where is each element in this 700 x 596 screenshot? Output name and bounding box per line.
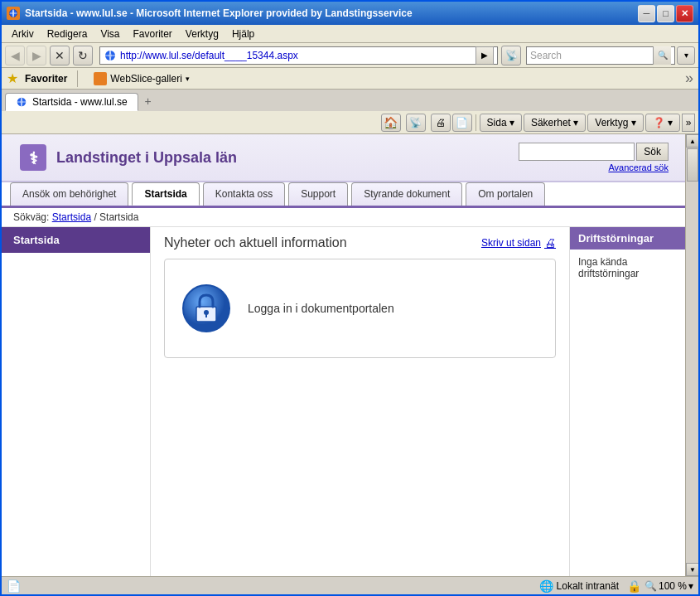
svg-text:⚕: ⚕: [29, 149, 38, 167]
logo-text: Landstinget i Uppsala län: [56, 149, 237, 167]
header-search-input[interactable]: [519, 143, 635, 161]
nav-tabs: Ansök om behörighet Startsida Kontakta o…: [2, 182, 685, 208]
login-card-text: Logga in i dokumentportalen: [248, 302, 394, 315]
home-button[interactable]: 🏠: [381, 114, 401, 132]
menu-bar: Arkiv Redigera Visa Favoriter Verktyg Hj…: [2, 25, 698, 43]
new-tab-button[interactable]: +: [140, 93, 157, 109]
browser-window: Startsida - www.lul.se - Microsoft Inter…: [0, 0, 700, 596]
rss-button[interactable]: 📡: [501, 46, 521, 65]
help-menu-label: ❓ ▾: [653, 117, 673, 128]
stop-button[interactable]: ✕: [50, 46, 70, 65]
page-content: ⚕ Landstinget i Uppsala län Sök Avancera…: [2, 134, 685, 576]
favorites-star-icon[interactable]: ★: [7, 70, 18, 86]
active-tab[interactable]: Startsida - www.lul.se: [5, 93, 138, 111]
menu-hjalp[interactable]: Hjälp: [225, 27, 261, 41]
print-icon: 🖨: [544, 236, 556, 250]
navigation-bar: ◀ ▶ ✕ ↻ http://www.lul.se/default____153…: [2, 43, 698, 68]
favorites-bar: ★ Favoriter WebSlice-galleri ▾ »: [2, 68, 698, 90]
minimize-button[interactable]: ─: [638, 5, 655, 22]
rss-feed-button[interactable]: 📡: [406, 114, 426, 132]
tab-ansok[interactable]: Ansök om behörighet: [10, 182, 128, 206]
fav-bar-extend[interactable]: »: [685, 70, 693, 87]
menu-arkiv[interactable]: Arkiv: [5, 27, 41, 41]
menu-redigera[interactable]: Redigera: [41, 27, 94, 41]
breadcrumb-prefix: Sökväg:: [13, 211, 49, 223]
help-menu-button[interactable]: ❓ ▾: [645, 114, 680, 132]
status-bar: 📄 🌐 Lokalt intranät 🔒 🔍 100 % ▾: [2, 576, 698, 594]
breadcrumb-current: Startsida: [99, 211, 138, 223]
fav-separator: [77, 70, 78, 87]
tools-menu-label: Verktyg ▾: [595, 117, 635, 128]
menu-visa[interactable]: Visa: [94, 27, 126, 41]
main-content: Nyheter och aktuell information Skriv ut…: [151, 227, 569, 576]
zoom-control[interactable]: 🔍 100 % ▾: [644, 580, 693, 592]
window-title: Startsida - www.lul.se - Microsoft Inter…: [25, 7, 633, 19]
window-controls: ─ □ ✕: [638, 5, 693, 22]
scroll-track[interactable]: [686, 148, 698, 563]
close-button[interactable]: ✕: [676, 5, 693, 22]
right-sidebar-content: Inga kända driftstörningar: [570, 250, 685, 286]
back-button[interactable]: ◀: [5, 46, 25, 65]
zoom-icon: 🔍: [644, 580, 657, 592]
webslice-item[interactable]: WebSlice-galleri ▾: [88, 70, 195, 88]
status-right: 🔒 🔍 100 % ▾: [627, 579, 693, 593]
scroll-up-button[interactable]: ▲: [686, 134, 698, 148]
login-card[interactable]: Logga in i dokumentportalen: [164, 259, 556, 358]
print-preview-button[interactable]: 🖨: [431, 114, 451, 132]
page-menu-button[interactable]: Sida ▾: [480, 114, 522, 132]
forward-button[interactable]: ▶: [27, 46, 46, 65]
tab-support[interactable]: Support: [288, 182, 348, 206]
tab-kontakta[interactable]: Kontakta oss: [203, 182, 285, 206]
advanced-search-link[interactable]: Avancerad sök: [608, 162, 669, 172]
status-left: 📄: [7, 579, 531, 593]
maximize-button[interactable]: □: [657, 5, 674, 22]
search-go-button[interactable]: 🔍: [653, 46, 671, 65]
logo-area: ⚕ Landstinget i Uppsala län: [18, 143, 237, 172]
search-options-button[interactable]: ▾: [677, 46, 695, 65]
page-header: ⚕ Landstinget i Uppsala län Sök Avancera…: [2, 134, 685, 182]
header-search-button[interactable]: Sök: [636, 143, 669, 161]
sidebar-item-startsida[interactable]: Startsida: [2, 227, 150, 253]
tab-startsida[interactable]: Startsida: [132, 182, 199, 206]
search-input[interactable]: Search: [530, 50, 653, 61]
print-link-text: Skriv ut sidan: [481, 237, 541, 249]
print-link[interactable]: Skriv ut sidan 🖨: [481, 236, 556, 250]
intranet-label: Lokalt intranät: [557, 580, 619, 592]
tab-om-portalen[interactable]: Om portalen: [466, 182, 545, 206]
breadcrumb-home-link[interactable]: Startsida: [52, 211, 91, 223]
search-area: Sök Avancerad sök: [519, 143, 669, 172]
zoom-label: 100 %: [659, 580, 687, 592]
toolbar-extend-button[interactable]: »: [682, 114, 695, 132]
webslice-arrow: ▾: [186, 75, 190, 83]
refresh-button[interactable]: ↻: [73, 46, 93, 65]
favorites-label[interactable]: Favoriter: [25, 73, 67, 85]
browser-icon: [7, 7, 20, 20]
left-sidebar: Startsida: [2, 227, 151, 576]
security-menu-label: Säkerhet ▾: [531, 117, 578, 128]
search-bar[interactable]: Search 🔍: [526, 46, 675, 65]
lock-icon: [181, 283, 231, 333]
header-search-box: Sök: [519, 143, 669, 161]
zoom-arrow: ▾: [688, 580, 693, 592]
print-button[interactable]: 📄: [452, 114, 472, 132]
page-icon: [104, 49, 117, 62]
scroll-thumb[interactable]: [687, 148, 698, 182]
security-menu-button[interactable]: Säkerhet ▾: [524, 114, 586, 132]
tools-menu-button[interactable]: Verktyg ▾: [587, 114, 643, 132]
webslice-icon: [94, 72, 107, 85]
menu-favoriter[interactable]: Favoriter: [127, 27, 179, 41]
tab-bar: Startsida - www.lul.se +: [2, 90, 698, 111]
content-title: Nyheter och aktuell information: [164, 235, 347, 250]
page-menu-label: Sida ▾: [487, 117, 514, 128]
title-bar: Startsida - www.lul.se - Microsoft Inter…: [2, 2, 698, 25]
status-center: 🌐 Lokalt intranät: [539, 579, 619, 593]
address-text[interactable]: http://www.lul.se/default____15344.aspx: [120, 50, 476, 61]
go-button[interactable]: ▶: [476, 46, 494, 65]
vertical-scrollbar[interactable]: ▲ ▼: [685, 134, 698, 576]
content-header: Nyheter och aktuell information Skriv ut…: [164, 235, 556, 250]
address-bar[interactable]: http://www.lul.se/default____15344.aspx …: [99, 46, 498, 65]
three-column-layout: Startsida Nyheter och aktuell informatio…: [2, 227, 685, 576]
tab-styrande[interactable]: Styrande dokument: [351, 182, 462, 206]
menu-verktyg[interactable]: Verktyg: [179, 27, 225, 41]
scroll-down-button[interactable]: ▼: [686, 563, 698, 576]
